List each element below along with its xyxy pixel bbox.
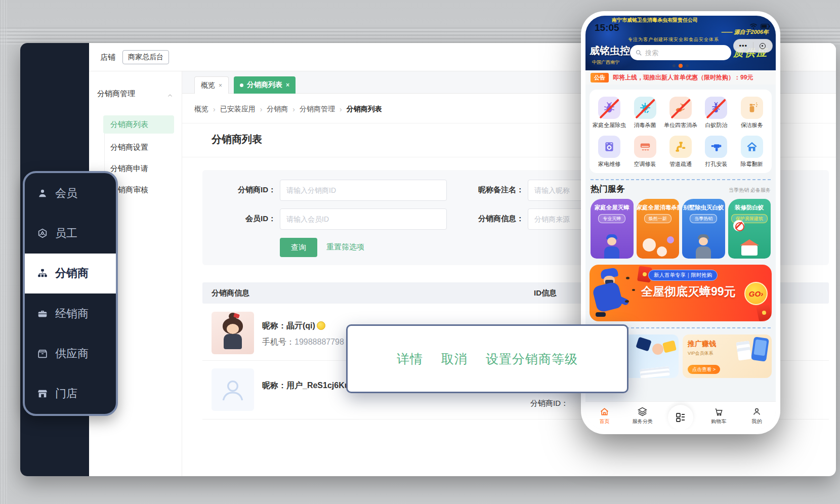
breadcrumb-item[interactable]: 概览 [194,105,208,114]
sidebar-item-distributor[interactable]: 分销商 [25,254,116,293]
sidebar-item-dealer[interactable]: 经销商 [25,293,116,333]
banner-title: 全屋彻底灭蟑99元 [641,284,736,300]
set-distributor-level-link[interactable]: 设置分销商等级 [486,351,578,367]
active-dot-icon [240,83,243,87]
service-appliance-repair[interactable]: 家电维修 [592,136,627,168]
detail-link[interactable]: 详情 [397,351,423,367]
service-ac-install[interactable]: 空调修装 [627,136,662,168]
service-drilling[interactable]: 打孔安装 [698,136,734,168]
miniprogram-capsule[interactable]: ••• [733,39,773,53]
reset-filters-link[interactable]: 重置筛选项 [326,242,364,252]
tab-overview[interactable]: 概览 × [194,76,229,94]
member-id-input[interactable] [280,208,447,230]
sidebar-item-label: 分销商 [55,266,89,281]
cancel-link[interactable]: 取消 [441,351,468,367]
phone-label: 手机号： [262,338,295,346]
distributor-id-input[interactable] [280,180,447,201]
service-label: 保洁服务 [741,121,763,129]
column-id-info: ID信息 [534,288,557,298]
service-four-pests[interactable]: 单位四害消杀 [663,97,698,129]
handshake-illustration [636,337,652,352]
home-icon [599,406,610,417]
announcement-text: 即将上线，现推出新人首单优惠（限时抢购）：99元 [613,73,753,82]
view-button[interactable]: 点击查看 > [688,365,720,374]
nickname-label: 昵称： [262,381,286,390]
company-name: 南宁市威铭卫生消毒杀虫有限责任公司 [612,17,698,24]
status-time: 15:05 [595,22,619,33]
breadcrumb-item[interactable]: 分销商管理 [300,105,335,114]
box-icon [37,348,48,359]
submenu-item-distributor-apply[interactable]: 分销商申请 [110,164,148,174]
sidebar-item-supplier[interactable]: 供应商 [25,333,116,373]
since-tagline: —— 源自于2006年 [721,28,769,36]
hot-card-disinfect[interactable]: 家庭全屋消毒杀菌 焕然一新 [637,199,680,259]
search-input[interactable] [645,49,716,57]
avatar [212,312,254,354]
tab-home[interactable]: 首页 [585,402,623,430]
service-pipe-dredge[interactable]: 管道疏通 [663,136,698,168]
announcement-bar[interactable]: 公告 即将上线，现推出新人首单优惠（限时抢购）：99元 [585,70,776,85]
hot-services-subtitle: 当季热销 必备服务 [729,187,771,194]
service-cleaning[interactable]: 保洁服务 [734,97,770,129]
sidebar-item-store[interactable]: 门店 [25,374,116,414]
submenu-item-distributor-settings[interactable]: 分销商设置 [110,143,148,152]
person-icon [219,375,247,404]
hot-services-title: 热门服务 [591,183,625,195]
breadcrumb: 概览 › 已安装应用 › 分销商 › 分销商管理 › 分销商列表 [194,105,382,114]
breadcrumb-item[interactable]: 分销商 [267,105,288,114]
go-button[interactable]: GO› [744,282,768,305]
org-chart-icon [37,268,48,279]
nickname-value: 用户_ReS1cj6KuI [286,381,352,390]
service-home-pest[interactable]: 家庭全屋除虫 [592,97,627,129]
nickname-remark-label: 昵称备注名： [448,185,524,195]
slogan-text: 专注为客户创建环境安全和食品安全体系 [628,36,719,43]
tab-mine[interactable]: 我的 [738,402,776,430]
distributor-id-cell: 分销商ID： [530,399,568,408]
hot-card-badge: 专业灭蟑 [598,214,625,223]
merchant-backend-badge[interactable]: 商家总后台 [122,50,169,64]
tab-service-category[interactable]: 服务分类 [623,402,661,430]
house-icon [745,140,759,153]
promotion-earn-card[interactable]: 推广赚钱 VIP会员体系 点击查看 > [683,334,772,378]
sidebar-item-label: 门店 [55,386,77,401]
service-label: 单位四害消杀 [664,121,697,129]
tab-label: 首页 [600,418,610,425]
breadcrumb-separator: › [292,105,295,113]
tab-label: 服务分类 [633,418,653,425]
sidebar-item-label: 供应商 [55,346,89,361]
user-icon [37,188,48,199]
hot-card-badge: 当季热销 [690,214,717,223]
more-icon[interactable]: ••• [734,44,753,49]
tab-label: 购物车 [711,418,726,425]
sidebar-item-members[interactable]: 会员 [25,173,116,213]
service-mold-renovation[interactable]: 除霉翻新 [734,136,770,168]
column-distributor-info: 分销商信息 [212,288,249,298]
service-termite[interactable]: 白蚁防治 [698,97,734,129]
hot-card-villa-termite[interactable]: 别墅除虫灭白蚁 当季热销 [682,199,725,259]
hot-card-roach[interactable]: 家庭全屋灭蟑 专业灭蟑 [591,199,634,259]
close-circle-icon[interactable] [753,43,773,49]
hot-card-renovation-termite[interactable]: 装修防白蚁 保护房屋建筑 [728,199,771,259]
service-disinfect[interactable]: 消毒杀菌 [627,97,662,129]
spray-icon [745,101,759,114]
promo-banner[interactable]: 新人首单专享｜限时抢购 全屋彻底灭蟑99元 GO› [590,265,772,321]
close-icon[interactable]: × [219,82,222,89]
tab-service-items[interactable]: 服务项目 [661,402,699,430]
screenshot-stage: 店铺 商家总后台 启博云 业 务 中 台 概览 店铺 内容 商品 分销商管理 分… [0,0,840,504]
close-icon[interactable]: × [286,81,289,89]
search-button[interactable]: 查询 [280,238,317,257]
tab-cart[interactable]: 购物车 [700,402,738,430]
search-bar[interactable] [630,45,731,60]
service-label: 管道疏通 [669,160,692,168]
tab-distributor-list[interactable]: 分销商列表 × [234,76,296,94]
banner-tag: 新人首单专享｜限时抢购 [648,270,718,281]
breadcrumb-item[interactable]: 已安装应用 [220,105,256,114]
submenu-item-distributor-list[interactable]: 分销商列表 [103,115,174,134]
hot-services-section: 热门服务 当季热销 必备服务 家庭全屋灭蟑 专业灭蟑 家庭全屋消毒杀菌 焕然一新 [585,183,776,259]
sidebar-item-staff[interactable]: 员工 [25,213,116,253]
service-label: 打孔安装 [705,160,727,168]
list-icon [675,411,687,424]
table-row: 昵称：用户_ReS1cj6KuI [262,381,352,391]
collapse-icon[interactable] [167,92,173,101]
table-row: 昵称：晶亓(qi) [262,321,325,331]
